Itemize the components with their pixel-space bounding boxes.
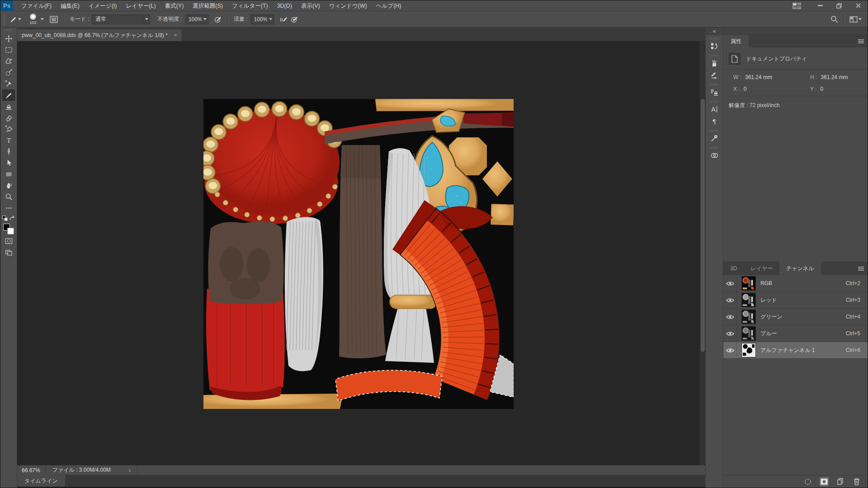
expand-panels-icon[interactable]: « bbox=[706, 28, 723, 35]
properties-panel-menu-icon[interactable] bbox=[858, 35, 868, 47]
rail-grip[interactable] bbox=[710, 55, 719, 56]
brush-preset-caret[interactable] bbox=[41, 18, 44, 20]
height-value[interactable]: 361.24 mm bbox=[821, 74, 848, 80]
menu-item-type[interactable]: 書式(Y) bbox=[160, 0, 189, 11]
menu-item-select[interactable]: 選択範囲(S) bbox=[188, 0, 227, 11]
swap-colors-icon[interactable] bbox=[9, 216, 15, 221]
flow-input[interactable]: 100% bbox=[250, 14, 274, 24]
toolbar-grip[interactable] bbox=[5, 29, 13, 31]
tool-brush[interactable] bbox=[2, 89, 15, 101]
menu-item-view[interactable]: 表示(V) bbox=[297, 0, 325, 11]
width-value[interactable]: 361.24 mm bbox=[745, 74, 772, 80]
rail-grip[interactable] bbox=[710, 130, 719, 131]
default-colors-icon[interactable] bbox=[2, 216, 8, 221]
tool-pen[interactable] bbox=[2, 146, 15, 157]
pressure-size-button[interactable] bbox=[289, 13, 300, 26]
menu-item-help[interactable]: ヘルプ(H) bbox=[372, 0, 406, 11]
tab-properties[interactable]: 属性 bbox=[723, 35, 749, 47]
pressure-opacity-button[interactable] bbox=[212, 13, 223, 26]
tool-move[interactable] bbox=[2, 33, 15, 44]
foreground-background-color[interactable] bbox=[3, 224, 14, 235]
tool-paint-bucket[interactable] bbox=[2, 123, 15, 135]
tab-channels[interactable]: チャンネル bbox=[779, 262, 821, 275]
visibility-eye-icon[interactable] bbox=[723, 342, 737, 358]
x-value[interactable]: 0 bbox=[744, 86, 747, 92]
tab-close-icon[interactable]: × bbox=[174, 32, 177, 38]
airbrush-button[interactable] bbox=[278, 13, 289, 26]
workspace-layout-icon[interactable] bbox=[787, 0, 806, 11]
flow-caret-icon[interactable] bbox=[267, 15, 274, 24]
brush-size-preview[interactable]: 102 bbox=[26, 14, 40, 25]
rail-grip[interactable] bbox=[710, 38, 719, 39]
channel-row-blue[interactable]: ブルー Ctrl+5 bbox=[723, 325, 868, 342]
brush-tool-preset[interactable] bbox=[8, 13, 23, 26]
toggle-brush-panel-button[interactable] bbox=[48, 13, 59, 26]
menu-item-edit[interactable]: 編集(E) bbox=[56, 0, 84, 11]
tool-eyedropper[interactable] bbox=[2, 78, 15, 89]
rail-grip[interactable] bbox=[710, 101, 719, 103]
mode-select[interactable]: 通常 bbox=[92, 14, 150, 24]
quick-mask-button[interactable] bbox=[2, 235, 15, 247]
opacity-caret-icon[interactable] bbox=[202, 15, 208, 24]
tool-quick-selection[interactable] bbox=[2, 67, 15, 78]
visibility-eye-icon[interactable] bbox=[723, 275, 737, 291]
tool-path-selection[interactable] bbox=[2, 157, 15, 169]
channel-row-rgb[interactable]: RGB Ctrl+2 bbox=[723, 275, 868, 292]
menu-item-window[interactable]: ウィンドウ(W) bbox=[325, 0, 372, 11]
brushes-panel-icon[interactable] bbox=[708, 57, 721, 69]
restore-button[interactable] bbox=[830, 0, 849, 11]
tool-type[interactable]: T bbox=[2, 135, 15, 146]
screen-mode-button[interactable] bbox=[2, 247, 15, 258]
opacity-input[interactable]: 100% bbox=[185, 14, 209, 24]
canvas-pasteboard[interactable] bbox=[17, 41, 705, 465]
tool-rectangle-shape[interactable] bbox=[2, 169, 15, 180]
channel-row-alpha[interactable]: アルファチャンネル 1 Ctrl+6 bbox=[723, 342, 868, 359]
search-button[interactable] bbox=[829, 13, 840, 26]
canvas-artboard[interactable] bbox=[203, 99, 514, 409]
workspace-switcher[interactable] bbox=[848, 13, 863, 26]
clone-source-panel-icon[interactable] bbox=[708, 86, 721, 98]
history-panel-icon[interactable] bbox=[708, 40, 721, 52]
channels-panel-menu-icon[interactable] bbox=[858, 262, 868, 275]
mode-caret-icon[interactable] bbox=[143, 15, 150, 24]
menu-item-layer[interactable]: レイヤー(L) bbox=[122, 0, 160, 11]
delete-channel-icon[interactable] bbox=[852, 477, 861, 486]
menu-item-3d[interactable]: 3D(D) bbox=[273, 0, 297, 11]
character-panel-icon[interactable]: A bbox=[708, 103, 721, 115]
cc-libraries-panel-icon[interactable] bbox=[708, 150, 721, 161]
channel-row-red[interactable]: レッド Ctrl+3 bbox=[723, 292, 868, 309]
menu-item-file[interactable]: ファイル(F) bbox=[17, 0, 56, 11]
document-tab[interactable]: pww_00_ub_0088.dds @ 66.7% (アルファチャンネル 1/… bbox=[17, 29, 182, 41]
visibility-eye-icon[interactable] bbox=[723, 325, 737, 342]
y-value[interactable]: 0 bbox=[820, 86, 823, 92]
tool-zoom[interactable] bbox=[2, 191, 15, 202]
tool-rectangular-marquee[interactable] bbox=[2, 44, 15, 56]
tab-3d[interactable]: 3D bbox=[723, 262, 744, 275]
tool-clone-stamp[interactable] bbox=[2, 101, 15, 112]
paragraph-panel-icon[interactable]: ¶ bbox=[708, 115, 721, 127]
tool-polygonal-lasso[interactable] bbox=[2, 56, 15, 67]
tool-presets-panel-icon[interactable] bbox=[708, 132, 721, 144]
file-info-box[interactable]: ファイル : 3.00M/4.00M › bbox=[46, 465, 137, 475]
tool-eraser[interactable] bbox=[2, 112, 15, 123]
panel-drag-strip[interactable] bbox=[723, 28, 868, 35]
status-chevron-icon[interactable]: › bbox=[129, 467, 131, 474]
tool-more-options[interactable] bbox=[2, 202, 15, 214]
minimize-button[interactable] bbox=[811, 0, 830, 11]
options-grip[interactable] bbox=[3, 14, 5, 24]
new-channel-icon[interactable] bbox=[836, 477, 845, 486]
close-button[interactable] bbox=[849, 0, 868, 11]
scrollbar-thumb[interactable] bbox=[701, 99, 705, 352]
save-selection-as-channel-icon[interactable] bbox=[820, 477, 829, 486]
load-selection-icon[interactable] bbox=[803, 477, 812, 486]
visibility-eye-icon[interactable] bbox=[723, 292, 737, 308]
zoom-level[interactable]: 66.67% bbox=[17, 467, 46, 474]
background-color-swatch[interactable] bbox=[7, 228, 14, 235]
tool-hand[interactable] bbox=[2, 180, 15, 191]
vertical-scrollbar[interactable] bbox=[699, 41, 705, 465]
timeline-tab[interactable]: タイムライン bbox=[17, 475, 65, 487]
rail-grip[interactable] bbox=[710, 147, 719, 149]
menu-item-filter[interactable]: フィルター(T) bbox=[227, 0, 273, 11]
brush-settings-panel-icon[interactable] bbox=[708, 69, 721, 81]
tab-layers[interactable]: レイヤー bbox=[744, 262, 779, 275]
